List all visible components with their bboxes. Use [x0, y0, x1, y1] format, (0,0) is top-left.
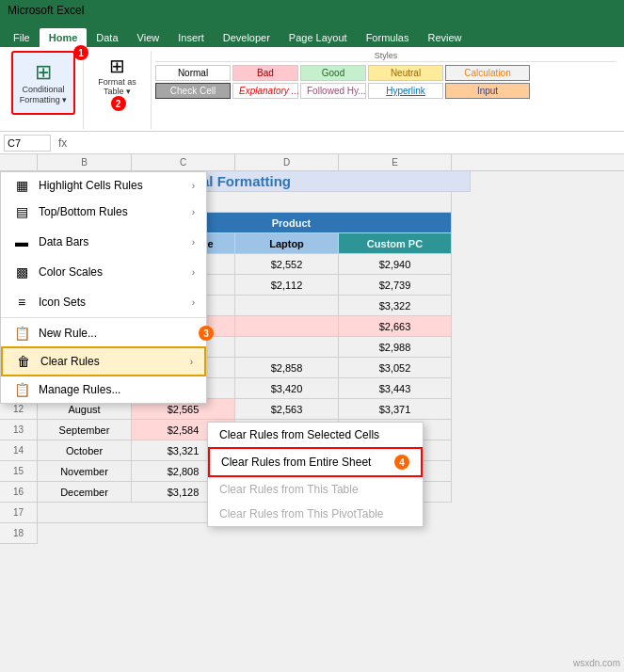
title-text: Microsoft Excel — [8, 4, 84, 17]
color-scales-icon: ▩ — [12, 264, 31, 280]
styles-label: Styles — [155, 51, 616, 62]
row-num-18: 18 — [0, 523, 38, 544]
menu-icon-sets[interactable]: ≡ Icon Sets › — [1, 289, 206, 315]
menu-manage-rules[interactable]: 📋 Manage Rules... — [1, 376, 206, 403]
tab-insert[interactable]: Insert — [168, 28, 214, 47]
menu-data-bars-label: Data Bars — [39, 235, 88, 248]
cell-month-15[interactable]: October — [38, 440, 132, 461]
menu-color-scales[interactable]: ▩ Color Scales › — [1, 259, 206, 285]
submenu-clear-entire-sheet[interactable]: Clear Rules from Entire Sheet 4 — [208, 447, 423, 477]
cf-label: ConditionalFormatting ▾ — [20, 85, 68, 105]
row-num-header — [0, 154, 38, 170]
entire-sheet-badge: 4 — [394, 455, 409, 470]
tab-data[interactable]: Data — [87, 28, 127, 47]
menu-top-bottom[interactable]: ▤ Top/Bottom Rules › — [1, 199, 206, 225]
new-rule-badge: 3 — [199, 326, 214, 341]
style-neutral[interactable]: Neutral — [368, 65, 443, 81]
cell-val-8d[interactable]: $2,739 — [339, 275, 452, 296]
cell-val-12c[interactable]: $3,420 — [235, 378, 339, 399]
style-followed[interactable]: Followed Hy... — [300, 83, 366, 99]
cell-val-8c[interactable]: $2,112 — [235, 275, 339, 296]
cell-val-13c[interactable]: $2,563 — [235, 399, 339, 420]
format-as-table-button[interactable]: ⊞ Format asTable ▾ 2 — [91, 51, 143, 115]
formula-bar: fx — [0, 132, 624, 154]
style-check-cell[interactable]: Check Cell — [155, 83, 231, 99]
new-rule-icon: 📋 — [12, 326, 31, 341]
style-input[interactable]: Input — [445, 83, 530, 99]
formula-input[interactable] — [74, 137, 620, 149]
name-box[interactable] — [4, 135, 51, 152]
icon-sets-icon: ≡ — [12, 295, 31, 310]
conditional-formatting-button[interactable]: ⊞ ConditionalFormatting ▾ — [11, 51, 75, 115]
submenu-clear-entire-label: Clear Rules from Entire Sheet — [221, 456, 371, 469]
tab-page-layout[interactable]: Page Layout — [280, 28, 357, 47]
format-table-icon: ⊞ — [109, 55, 125, 77]
tab-view[interactable]: View — [128, 28, 169, 47]
style-hyperlink[interactable]: Hyperlink — [368, 83, 443, 99]
cf-icon: ⊞ — [35, 60, 52, 85]
submenu-clear-this-table-label: Clear Rules from This Table — [219, 483, 359, 496]
styles-grid: Normal Bad Good Neutral Calculation Chec… — [155, 65, 616, 99]
col-header-a: B — [38, 154, 132, 170]
cell-val-9ac[interactable] — [235, 296, 339, 316]
style-good[interactable]: Good — [300, 65, 366, 81]
menu-new-rule[interactable]: 📋 New Rule... 3 — [1, 320, 206, 346]
cell-month-14[interactable]: September — [38, 420, 132, 440]
spreadsheet-area: 1 2 3 4 5 6 7 8 9 10 11 12 13 14 15 16 1… — [0, 171, 624, 544]
fx-label: fx — [55, 136, 71, 150]
highlight-cells-icon: ▦ — [12, 178, 31, 193]
submenu-clear-selected[interactable]: Clear Rules from Selected Cells — [208, 423, 423, 447]
style-normal[interactable]: Normal — [155, 65, 231, 81]
cell-val-11d[interactable]: $3,052 — [339, 358, 452, 378]
data-bars-arrow: › — [192, 237, 195, 248]
menu-highlight-cells[interactable]: ▦ Highlight Cells Rules › — [1, 172, 206, 199]
cell-val-7d[interactable]: $2,940 — [339, 254, 452, 275]
col-header-e: E — [339, 154, 452, 170]
cell-val-12d[interactable]: $3,443 — [339, 378, 452, 399]
cell-val-11c[interactable]: $2,858 — [235, 358, 339, 378]
tab-developer[interactable]: Developer — [214, 28, 280, 47]
cell-val-7c[interactable]: $2,552 — [235, 254, 339, 275]
tab-review[interactable]: Review — [418, 28, 471, 47]
cell-val-13d[interactable]: $3,371 — [339, 399, 452, 420]
tab-formulas[interactable]: Formulas — [357, 28, 419, 47]
cell-month-17[interactable]: December — [38, 482, 132, 503]
col-header-d: D — [235, 154, 339, 170]
tab-home[interactable]: Home — [40, 28, 88, 47]
menu-clear-rules[interactable]: 🗑 Clear Rules › — [1, 346, 206, 376]
menu-color-scales-label: Color Scales — [39, 265, 103, 279]
color-scales-arrow: › — [192, 267, 195, 278]
menu-divider-1 — [1, 317, 206, 318]
column-headers: B C D E — [0, 154, 624, 171]
menu-icon-sets-label: Icon Sets — [39, 296, 86, 309]
cell-val-10c[interactable] — [235, 337, 339, 358]
clear-rules-submenu: Clear Rules from Selected Cells Clear Ru… — [207, 422, 424, 527]
title-bar: Microsoft Excel — [0, 0, 624, 21]
conditional-formatting-group: ⊞ ConditionalFormatting ▾ 1 — [4, 51, 84, 129]
style-explanatory[interactable]: Explanatory ... — [232, 83, 298, 99]
icon-sets-arrow: › — [192, 297, 195, 308]
cell-laptop-header[interactable]: Laptop — [235, 233, 339, 254]
cell-val-10d[interactable]: $2,988 — [339, 337, 452, 358]
data-bars-icon: ▬ — [12, 234, 31, 249]
col-header-c: C — [132, 154, 235, 170]
cell-val-9ad[interactable]: $3,322 — [339, 296, 452, 316]
ribbon: ⊞ ConditionalFormatting ▾ 1 ⊞ Format asT… — [0, 47, 624, 132]
format-table-badge: 2 — [111, 96, 126, 111]
manage-rules-icon: 📋 — [12, 382, 31, 397]
menu-data-bars[interactable]: ▬ Data Bars › — [1, 229, 206, 255]
submenu-clear-this-table: Clear Rules from This Table — [208, 477, 423, 502]
style-calculation[interactable]: Calculation — [445, 65, 530, 81]
cell-val-9bd[interactable]: $2,663 — [339, 316, 452, 337]
cell-val-9bc[interactable] — [235, 316, 339, 337]
cell-custompc-header[interactable]: Custom PC — [339, 233, 452, 254]
cell-month-16[interactable]: November — [38, 461, 132, 482]
submenu-clear-pivot-label: Clear Rules from This PivotTable — [219, 507, 384, 520]
top-bottom-icon: ▤ — [12, 204, 31, 219]
tab-file[interactable]: File — [4, 28, 40, 47]
style-bad[interactable]: Bad — [232, 65, 298, 81]
format-table-label: Format asTable ▾ — [98, 77, 136, 96]
styles-group: Styles Normal Bad Good Neutral Calculati… — [152, 51, 620, 129]
menu-top-bottom-label: Top/Bottom Rules — [39, 205, 128, 218]
row-num-13: 13 — [0, 420, 38, 440]
